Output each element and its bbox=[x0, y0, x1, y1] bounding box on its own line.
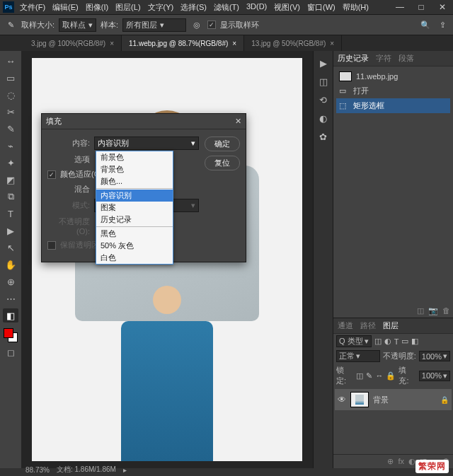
history-icon[interactable]: ⟲ bbox=[317, 93, 330, 106]
menu-3d[interactable]: 3D(D) bbox=[246, 2, 267, 13]
adjust-icon[interactable]: ◐ bbox=[317, 112, 330, 124]
expand-icon[interactable]: ▶ bbox=[317, 57, 330, 69]
tab-paragraph[interactable]: 段落 bbox=[398, 53, 414, 64]
dd-content-aware[interactable]: 内容识别 bbox=[96, 190, 173, 202]
dd-black[interactable]: 黑色 bbox=[96, 228, 173, 240]
history-item-marquee[interactable]: ⬚矩形选框 bbox=[336, 98, 450, 113]
tab-channels[interactable]: 通道 bbox=[338, 320, 353, 331]
menu-type[interactable]: 文字(Y) bbox=[148, 2, 174, 13]
lock-pos-icon[interactable]: ↔ bbox=[375, 371, 383, 380]
sample-icon[interactable]: ◎ bbox=[190, 18, 203, 31]
lasso-tool[interactable]: ◌ bbox=[3, 88, 18, 102]
reset-button[interactable]: 复位 bbox=[205, 156, 240, 170]
filter-type-icon[interactable]: T bbox=[394, 337, 399, 346]
brush-tool[interactable]: ✎ bbox=[3, 122, 18, 136]
filter-adjust-icon[interactable]: ◐ bbox=[384, 337, 391, 346]
foreground-color[interactable] bbox=[4, 328, 13, 338]
tab-layers[interactable]: 图层 bbox=[383, 320, 398, 331]
tab-history[interactable]: 历史记录 bbox=[338, 53, 369, 64]
menu-edit[interactable]: 编辑(E) bbox=[52, 2, 79, 13]
layer-kind-filter[interactable]: Q 类型▾ bbox=[336, 335, 372, 347]
search-icon[interactable]: 🔍 bbox=[419, 18, 432, 31]
tab-paths[interactable]: 路径 bbox=[360, 320, 376, 331]
history-snapshot[interactable]: 11.webp.jpg bbox=[336, 69, 450, 83]
library-icon[interactable]: ✿ bbox=[317, 130, 330, 143]
mask-icon[interactable]: ◐ bbox=[408, 457, 415, 466]
share-icon[interactable]: ⇪ bbox=[436, 18, 449, 31]
close-button[interactable]: ✕ bbox=[432, 0, 453, 14]
lock-all-icon[interactable]: 🔒 bbox=[386, 371, 396, 381]
layer-row-background[interactable]: 👁 背景 🔒 bbox=[335, 389, 452, 410]
minimize-button[interactable]: — bbox=[389, 0, 411, 14]
fx-icon[interactable]: fx bbox=[398, 457, 404, 466]
filter-smart-icon[interactable]: ◧ bbox=[411, 337, 418, 346]
dd-foreground[interactable]: 前景色 bbox=[96, 151, 173, 163]
menu-select[interactable]: 选择(S) bbox=[180, 2, 207, 13]
hand-tool[interactable]: ✋ bbox=[3, 257, 18, 272]
link-icon[interactable]: ⊕ bbox=[387, 457, 394, 466]
tab-doc-1[interactable]: 3.jpg @ 100%(RGB/8#)× bbox=[24, 35, 122, 51]
crop-tool[interactable]: ✂ bbox=[3, 105, 18, 119]
heal-tool[interactable]: ⌁ bbox=[3, 139, 18, 153]
close-icon[interactable]: ✕ bbox=[235, 117, 241, 126]
dd-white[interactable]: 白色 bbox=[96, 252, 173, 264]
panel-icon[interactable]: ◫ bbox=[317, 75, 330, 88]
visibility-icon[interactable]: 👁 bbox=[338, 395, 346, 405]
camera-icon[interactable]: 📷 bbox=[428, 306, 438, 315]
color-adapt-checkbox[interactable]: ✓ bbox=[47, 170, 56, 179]
type-tool[interactable]: T bbox=[3, 207, 18, 221]
ok-button[interactable]: 确定 bbox=[205, 137, 240, 151]
doc-size[interactable]: 文档: 1.86M/1.86M bbox=[57, 465, 116, 475]
show-ring-checkbox[interactable]: ✓ bbox=[207, 21, 216, 29]
dd-gray[interactable]: 50% 灰色 bbox=[96, 240, 173, 252]
menu-layer[interactable]: 图层(L) bbox=[115, 2, 140, 13]
color-swatch[interactable] bbox=[4, 328, 18, 342]
opacity-field[interactable]: 100%▾ bbox=[419, 351, 450, 361]
filter-image-icon[interactable]: ◫ bbox=[374, 337, 382, 346]
path-tool[interactable]: ▶ bbox=[3, 224, 18, 238]
dodge-tool[interactable]: ⧉ bbox=[3, 190, 18, 204]
dd-history[interactable]: 历史记录 bbox=[96, 214, 173, 226]
stamp-tool[interactable]: ✦ bbox=[3, 156, 18, 170]
sample-dropdown[interactable]: 所有图层▾ bbox=[122, 18, 186, 32]
dd-background[interactable]: 背景色 bbox=[96, 163, 173, 175]
options-bar: ✎ 取样大小: 取样点▾ 样本: 所有图层▾ ◎ ✓ 显示取样环 🔍 ⇪ bbox=[0, 14, 453, 35]
gradient-tool[interactable]: ◩ bbox=[3, 173, 18, 187]
new-snapshot-icon[interactable]: ◫ bbox=[417, 306, 424, 315]
filter-shape-icon[interactable]: ▭ bbox=[401, 337, 408, 346]
direct-select-tool[interactable]: ↖ bbox=[3, 240, 18, 255]
zoom-tool[interactable]: ⊕ bbox=[3, 274, 18, 289]
sample-size-dropdown[interactable]: 取样点▾ bbox=[59, 18, 96, 32]
eyedropper-tool[interactable]: ◧ bbox=[3, 308, 18, 323]
blend-mode-dropdown[interactable]: 正常▾ bbox=[336, 350, 380, 362]
fill-field[interactable]: 100%▾ bbox=[419, 371, 450, 381]
trash-icon[interactable]: 🗑 bbox=[442, 306, 450, 315]
menu-filter[interactable]: 滤镜(T) bbox=[214, 2, 239, 13]
tab-doc-3[interactable]: 13.jpg @ 50%(RGB/8#)× bbox=[244, 35, 342, 51]
close-icon[interactable]: × bbox=[330, 40, 334, 47]
zoom-level[interactable]: 88.73% bbox=[25, 466, 50, 474]
content-dropdown[interactable]: 内容识别▾ bbox=[94, 137, 199, 150]
eyedropper-icon[interactable]: ✎ bbox=[4, 18, 17, 31]
dd-separator bbox=[96, 226, 173, 227]
marquee-tool[interactable]: ▭ bbox=[3, 71, 18, 85]
dd-pattern[interactable]: 图案 bbox=[96, 202, 173, 214]
lock-paint-icon[interactable]: ✎ bbox=[366, 371, 372, 381]
more-tool[interactable]: ⋯ bbox=[3, 291, 18, 306]
menu-image[interactable]: 图像(I) bbox=[86, 2, 108, 13]
dd-color[interactable]: 颜色... bbox=[96, 175, 173, 187]
menu-file[interactable]: 文件(F) bbox=[20, 2, 45, 13]
tab-character[interactable]: 字符 bbox=[376, 53, 391, 64]
move-tool[interactable]: ↔ bbox=[3, 54, 18, 68]
menu-window[interactable]: 窗口(W) bbox=[307, 2, 336, 13]
quickmask-tool[interactable]: ◻ bbox=[3, 345, 18, 359]
dialog-header[interactable]: 填充 ✕ bbox=[42, 114, 246, 129]
history-item-open[interactable]: ▭打开 bbox=[336, 83, 450, 98]
menu-view[interactable]: 视图(V) bbox=[274, 2, 300, 13]
menu-help[interactable]: 帮助(H) bbox=[343, 2, 369, 13]
close-icon[interactable]: × bbox=[110, 40, 114, 47]
tab-doc-2[interactable]: 11.webp.jpg @ 88.7%(RGB/8#)× bbox=[122, 35, 244, 51]
close-icon[interactable]: × bbox=[232, 40, 236, 47]
lock-trans-icon[interactable]: ◫ bbox=[356, 371, 363, 381]
maximize-button[interactable]: □ bbox=[411, 0, 432, 14]
